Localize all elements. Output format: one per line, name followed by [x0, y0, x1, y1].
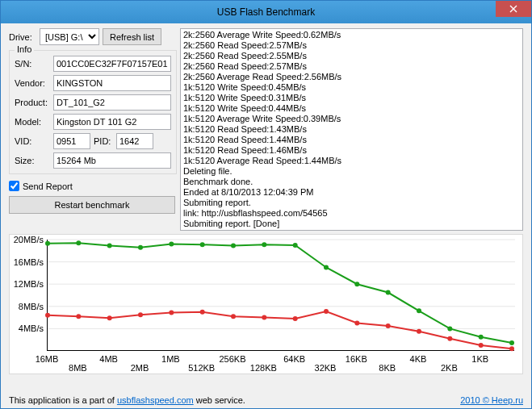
chart-point	[447, 326, 452, 331]
x-tick: 1MB	[161, 354, 180, 374]
x-tick: 2MB	[131, 354, 149, 374]
x-tick: 8KB	[379, 354, 396, 374]
chart-point	[138, 312, 143, 317]
app-window: USB Flash Benchmark Drive: [USB] G:\ Ref…	[0, 0, 532, 409]
footer-text: This application is a part of usbflashsp…	[9, 395, 245, 405]
sn-field[interactable]	[53, 56, 171, 72]
chart-line-read	[48, 243, 512, 343]
chart-point	[417, 329, 421, 334]
chart-point	[386, 323, 391, 328]
footer: This application is a part of usbflashsp…	[1, 394, 531, 408]
chart-point	[262, 242, 266, 247]
sn-label: S/N:	[15, 59, 50, 69]
left-column: Drive: [USB] G:\ Refresh list S/N: Vendo…	[9, 28, 175, 231]
chart-point	[138, 245, 143, 250]
size-label: Size:	[15, 156, 50, 165]
chart-point	[200, 310, 205, 315]
send-report-label: Send Report	[23, 182, 73, 191]
vendor-field[interactable]	[53, 75, 171, 91]
close-button[interactable]	[496, 1, 531, 17]
chart-point	[417, 308, 421, 313]
x-tick: 1KB	[471, 354, 488, 374]
product-field[interactable]	[53, 94, 171, 111]
chart-point	[293, 316, 298, 321]
chart-point	[324, 309, 329, 314]
chart-point	[231, 244, 236, 248]
model-label: Model:	[15, 117, 50, 127]
x-tick: 128KB	[250, 354, 277, 374]
y-tick: 12MB/s	[10, 279, 44, 289]
chart-point	[262, 315, 266, 320]
restart-button[interactable]: Restart benchmark	[9, 196, 175, 214]
footer-link-copyright[interactable]: 2010 © Heep.ru	[460, 395, 523, 405]
log-textarea[interactable]: 2k:2560 Average Write Speed:0.62MB/s 2k:…	[180, 28, 523, 231]
chart-point	[509, 346, 514, 351]
pid-label: PID:	[94, 136, 113, 146]
chart-point	[354, 282, 359, 286]
send-report-checkbox[interactable]	[9, 181, 19, 191]
y-tick: 4MB/s	[10, 323, 44, 333]
chart-point	[509, 340, 514, 345]
send-report-row: Send Report	[9, 181, 175, 191]
chart-point	[293, 243, 298, 248]
y-tick: 20MB/s	[10, 235, 44, 244]
x-tick: 2KB	[441, 354, 458, 374]
close-icon	[509, 5, 517, 13]
chart-point	[200, 242, 205, 247]
size-field[interactable]	[53, 152, 171, 169]
x-tick: 512KB	[188, 354, 215, 374]
drive-row: Drive: [USB] G:\ Refresh list	[9, 28, 175, 45]
chart-line-write	[48, 311, 512, 348]
x-tick: 32KB	[315, 354, 337, 374]
drive-label: Drive:	[9, 32, 36, 42]
product-label: Product:	[15, 98, 50, 107]
refresh-button[interactable]: Refresh list	[103, 28, 161, 45]
x-tick: 4KB	[410, 354, 427, 374]
x-tick: 8MB	[69, 354, 87, 374]
x-tick: 16KB	[346, 354, 367, 374]
y-tick: 8MB/s	[10, 302, 44, 311]
x-tick: 256KB	[219, 354, 245, 374]
window-title: USB Flash Benchmark	[217, 6, 315, 18]
chart-point	[231, 314, 236, 319]
chart-point	[107, 315, 112, 320]
pid-field[interactable]	[116, 133, 153, 149]
chart-container: 4MB/s8MB/s12MB/s16MB/s20MB/s16MB8MB4MB2M…	[9, 234, 523, 374]
chart-svg	[48, 240, 514, 350]
chart-point	[76, 314, 81, 319]
chart-point	[45, 313, 50, 318]
x-tick: 4MB	[99, 354, 118, 374]
chart-point	[354, 321, 359, 326]
chart-point	[169, 310, 174, 315]
chart-point	[479, 343, 484, 348]
top-row: Drive: [USB] G:\ Refresh list S/N: Vendo…	[9, 28, 523, 231]
model-field[interactable]	[53, 114, 171, 130]
chart-point	[76, 240, 81, 245]
x-tick: 64KB	[283, 354, 305, 374]
info-group: S/N: Vendor: Product: Model:	[9, 50, 177, 174]
vid-label: VID:	[15, 136, 50, 146]
chart-point	[447, 336, 452, 341]
vendor-label: Vendor:	[15, 78, 50, 88]
chart-point	[169, 242, 174, 247]
vid-field[interactable]	[53, 133, 90, 149]
x-tick: 16MB	[36, 354, 59, 374]
chart-point	[386, 290, 391, 295]
titlebar: USB Flash Benchmark	[1, 1, 531, 23]
chart-point	[324, 265, 329, 270]
chart-area	[47, 240, 514, 351]
drive-select[interactable]: [USB] G:\	[40, 28, 99, 45]
y-tick: 16MB/s	[10, 257, 44, 267]
footer-link-site[interactable]: usbflashspeed.com	[117, 395, 194, 405]
chart-point	[479, 335, 484, 340]
chart-point	[107, 244, 112, 248]
chart-point	[45, 241, 50, 246]
content-area: Drive: [USB] G:\ Refresh list S/N: Vendo…	[1, 23, 531, 394]
